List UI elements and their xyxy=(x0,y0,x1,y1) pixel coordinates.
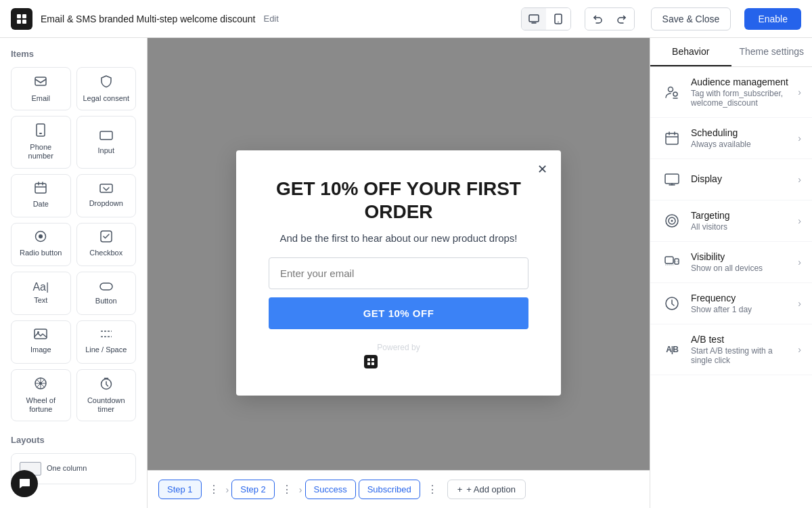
enable-button[interactable]: Enable xyxy=(744,8,801,30)
brand-logo-row: omnisend xyxy=(269,355,528,368)
phone-label: Phone number xyxy=(17,143,65,161)
svg-rect-11 xyxy=(35,184,46,193)
targeting-text: Targeting All visitors xyxy=(691,210,790,232)
chat-widget-button[interactable] xyxy=(11,470,38,497)
legal-consent-label: Legal consent xyxy=(83,94,130,103)
step-subscribed-more-button[interactable]: ⋮ xyxy=(423,480,442,499)
left-sidebar: Items Email Legal consent Phone num xyxy=(0,38,148,508)
date-icon xyxy=(35,182,47,197)
redo-button[interactable] xyxy=(610,8,634,30)
edit-link[interactable]: Edit xyxy=(263,14,278,24)
ab-test-text: A/B test Start A/B testing with a single… xyxy=(691,334,790,365)
add-icon: + xyxy=(457,484,463,494)
checkbox-label: Checkbox xyxy=(89,249,122,257)
cta-button[interactable]: GET 10% OFF xyxy=(269,297,528,329)
svg-rect-7 xyxy=(35,77,46,85)
display-chevron-icon: › xyxy=(798,174,801,185)
main-layout: Items Email Legal consent Phone num xyxy=(0,38,812,508)
display-text: Display xyxy=(691,173,790,186)
audience-label: Audience management xyxy=(691,77,790,87)
svg-rect-30 xyxy=(367,362,370,365)
svg-rect-35 xyxy=(665,174,679,184)
settings-display[interactable]: Display › xyxy=(650,159,812,200)
right-panel: Behavior Theme settings Audience managem… xyxy=(650,38,812,508)
svg-point-14 xyxy=(39,234,43,238)
countdown-icon xyxy=(99,377,113,394)
step-success-label: Success xyxy=(314,484,347,494)
step-success-pill[interactable]: Success xyxy=(305,480,356,499)
sidebar-item-image[interactable]: Image xyxy=(11,320,71,364)
popup-close-button[interactable]: ✕ xyxy=(533,160,551,179)
sidebar-item-input[interactable]: Input xyxy=(76,116,137,168)
svg-rect-9 xyxy=(39,133,42,134)
step-2-more-button[interactable]: ⋮ xyxy=(277,480,296,499)
right-tabs: Behavior Theme settings xyxy=(650,38,812,67)
sidebar-item-legal-consent[interactable]: Legal consent xyxy=(76,67,137,110)
settings-targeting[interactable]: Targeting All visitors › xyxy=(650,200,812,242)
sidebar-item-phone-number[interactable]: Phone number xyxy=(11,116,71,168)
sidebar-item-line-space[interactable]: Line / Space xyxy=(76,320,137,364)
scheduling-text: Scheduling Always available xyxy=(691,127,790,149)
tab-theme-settings[interactable]: Theme settings xyxy=(731,38,813,66)
email-input[interactable] xyxy=(269,257,528,289)
svg-rect-4 xyxy=(529,15,539,22)
dropdown-label: Dropdown xyxy=(89,199,123,208)
sidebar-item-date[interactable]: Date xyxy=(11,174,71,217)
ab-test-sub: Start A/B testing with a single click xyxy=(691,346,790,365)
ab-test-icon: A|B xyxy=(661,339,683,360)
settings-ab-test[interactable]: A|B A/B test Start A/B testing with a si… xyxy=(650,324,812,375)
wheel-label: Wheel of fortune xyxy=(17,396,65,414)
sidebar-item-text[interactable]: Aa| Text xyxy=(11,272,71,315)
step-bar: Step 1 ⋮ › Step 2 ⋮ › Success Subscribed… xyxy=(148,470,650,508)
svg-point-33 xyxy=(673,92,677,96)
visibility-chevron-icon: › xyxy=(798,257,801,268)
undo-button[interactable] xyxy=(585,8,610,30)
sidebar-item-countdown-timer[interactable]: Countdown timer xyxy=(76,369,137,421)
step-1-more-button[interactable]: ⋮ xyxy=(204,480,223,499)
desktop-view-button[interactable] xyxy=(522,8,546,30)
visibility-text: Visibility Show on all devices xyxy=(691,251,790,273)
sidebar-item-checkbox[interactable]: Checkbox xyxy=(76,223,137,266)
app-logo xyxy=(11,8,32,30)
targeting-icon xyxy=(661,210,683,232)
settings-scheduling[interactable]: Scheduling Always available › xyxy=(650,118,812,159)
settings-audience-management[interactable]: Audience management Tag with form_subscr… xyxy=(650,67,812,118)
sidebar-item-radio-button[interactable]: Radio button xyxy=(11,223,71,266)
save-close-button[interactable]: Save & Close xyxy=(651,7,731,30)
audience-chevron-icon: › xyxy=(798,87,801,98)
svg-rect-31 xyxy=(371,362,374,365)
sidebar-item-email[interactable]: Email xyxy=(11,67,71,110)
undo-redo-group xyxy=(585,7,635,30)
sidebar-item-button[interactable]: Button xyxy=(76,272,137,315)
svg-rect-2 xyxy=(17,20,21,24)
svg-rect-1 xyxy=(22,14,26,18)
audience-text: Audience management Tag with form_subscr… xyxy=(691,77,790,108)
frequency-label: Frequency xyxy=(691,293,790,303)
step-2-pill[interactable]: Step 2 xyxy=(231,480,275,499)
legal-consent-icon xyxy=(99,75,113,91)
settings-visibility[interactable]: Visibility Show on all devices › xyxy=(650,242,812,283)
phone-icon xyxy=(35,123,47,140)
scheduling-sub: Always available xyxy=(691,140,790,149)
sidebar-item-wheel-of-fortune[interactable]: Wheel of fortune xyxy=(11,369,71,421)
tab-behavior[interactable]: Behavior xyxy=(650,38,731,66)
svg-rect-17 xyxy=(35,329,47,339)
frequency-icon xyxy=(661,293,683,314)
svg-point-6 xyxy=(558,21,559,22)
step-1-pill[interactable]: Step 1 xyxy=(158,480,202,499)
frequency-chevron-icon: › xyxy=(798,298,801,309)
ab-test-chevron-icon: › xyxy=(798,344,801,355)
email-label: Email xyxy=(31,94,50,103)
mobile-view-button[interactable] xyxy=(546,8,570,30)
display-icon xyxy=(661,169,683,190)
sidebar-item-dropdown[interactable]: Dropdown xyxy=(76,174,137,217)
text-icon: Aa| xyxy=(32,281,49,293)
step-subscribed-pill[interactable]: Subscribed xyxy=(359,480,420,499)
settings-frequency[interactable]: Frequency Show after 1 day › xyxy=(650,283,812,324)
targeting-sub: All visitors xyxy=(691,222,790,232)
dropdown-icon xyxy=(99,182,113,196)
right-settings-list: Audience management Tag with form_subscr… xyxy=(650,67,812,508)
svg-rect-28 xyxy=(367,358,370,361)
add-option-button[interactable]: + + Add option xyxy=(447,480,526,499)
svg-rect-3 xyxy=(22,20,26,24)
